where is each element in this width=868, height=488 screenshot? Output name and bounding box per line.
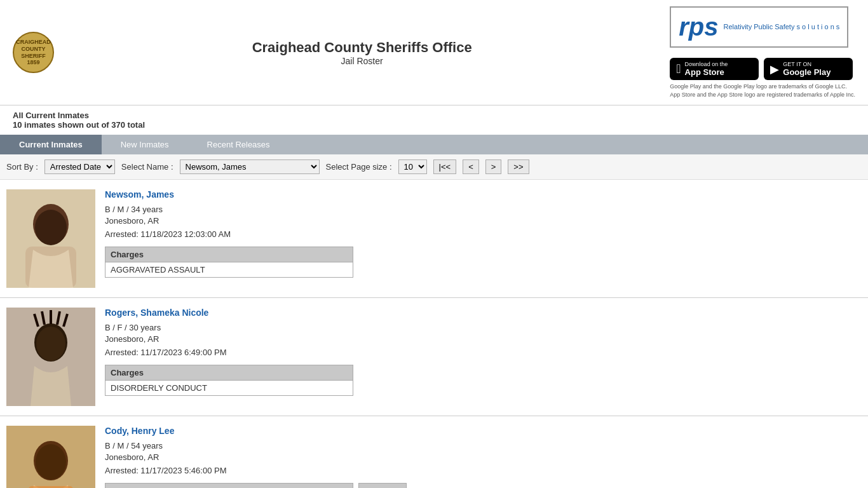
charges-header: Charges	[105, 365, 353, 381]
sort-by-label: Sort By :	[6, 162, 38, 172]
inmate-name[interactable]: Rogers, Shameka Nicole	[105, 308, 862, 318]
inmate-arrested: Arrested: 11/17/2023 6:49:00 PM	[105, 348, 862, 357]
table-row: Newsom, James B / M / 34 years Jonesboro…	[0, 180, 868, 298]
charges-bond-row: Charges AGGRAVATED ASSAULT	[105, 243, 862, 278]
app-store-line2: App Store	[685, 67, 728, 77]
inmate-location: Jonesboro, AR	[105, 334, 862, 344]
charges-bond-row: Charges Failure to Appear (Misd.) Bond $…	[105, 479, 862, 488]
inmate-photo	[6, 426, 95, 488]
inmate-name[interactable]: Newsom, James	[105, 189, 862, 200]
charge-item: AGGRAVATED ASSAULT	[105, 262, 353, 278]
inmate-info: Cody, Henry Lee B / M / 54 years Jonesbo…	[105, 426, 862, 488]
bond-table: Bond $3,500.00	[358, 483, 407, 488]
sheriff-logo: CRAIGHEADCOUNTYSHERIFF1859	[13, 32, 54, 73]
name-select[interactable]: Newsom, James	[180, 159, 320, 174]
tab-current-inmates[interactable]: Current Inmates	[0, 135, 102, 154]
photo-placeholder	[6, 189, 95, 288]
inmate-demographics: B / M / 34 years	[105, 205, 862, 214]
rps-logo: rps Relativity Public Safety s o l u t i…	[670, 6, 848, 48]
inmate-info: Rogers, Shameka Nicole B / F / 30 years …	[105, 308, 862, 396]
page-size-select[interactable]: 10	[398, 159, 427, 174]
inmate-photo	[6, 189, 95, 288]
inmate-demographics: B / F / 30 years	[105, 323, 862, 332]
page-size-label: Select Page size :	[326, 162, 392, 172]
nav-last-button[interactable]: >>	[508, 159, 529, 174]
sheriff-logo-text: CRAIGHEADCOUNTYSHERIFF1859	[16, 39, 51, 66]
app-store-line1: Download on the	[685, 61, 728, 67]
tab-recent-releases[interactable]: Recent Releases	[188, 135, 289, 154]
page-header: CRAIGHEADCOUNTYSHERIFF1859 Craighead Cou…	[0, 0, 868, 105]
svg-point-3	[35, 210, 67, 245]
page-title: Craighead County Sheriffs Office	[252, 39, 472, 56]
inmate-photo	[6, 308, 95, 406]
nav-next-button[interactable]: >	[485, 159, 502, 174]
table-row: Cody, Henry Lee B / M / 54 years Jonesbo…	[0, 416, 868, 488]
summary-line2: 10 inmates shown out of 370 total	[13, 120, 855, 130]
inmate-demographics: B / M / 54 years	[105, 441, 862, 451]
summary-line1: All Current Inmates	[13, 111, 855, 120]
main-tabs: Current Inmates New Inmates Recent Relea…	[0, 135, 868, 154]
apple-icon: 	[676, 62, 681, 76]
rps-logo-text: rps	[679, 13, 718, 41]
nav-prev-button[interactable]: <	[463, 159, 479, 174]
page-subtitle: Jail Roster	[252, 56, 472, 66]
charges-table: Charges Failure to Appear (Misd.)	[105, 483, 353, 488]
inmate-name[interactable]: Cody, Henry Lee	[105, 426, 862, 436]
inmate-location: Jonesboro, AR	[105, 216, 862, 226]
tab-new-inmates[interactable]: New Inmates	[102, 135, 188, 154]
inmate-location: Jonesboro, AR	[105, 452, 862, 462]
svg-point-14	[36, 444, 66, 480]
charge-item: DISORDERLY CONDUCT	[105, 381, 353, 396]
google-play-button[interactable]: ▶ GET IT ON Google Play	[764, 58, 853, 80]
sort-by-select[interactable]: Arrested Date	[44, 159, 115, 174]
charges-header: Charges	[105, 247, 353, 262]
charges-header: Charges	[105, 484, 353, 488]
app-store-buttons:  Download on the App Store ▶ GET IT ON …	[670, 58, 855, 80]
inmate-arrested: Arrested: 11/17/2023 5:46:00 PM	[105, 466, 862, 475]
google-play-line1: GET IT ON	[783, 61, 831, 67]
inmate-summary: All Current Inmates 10 inmates shown out…	[0, 105, 868, 135]
table-row: Rogers, Shameka Nicole B / F / 30 years …	[0, 298, 868, 416]
app-store-button[interactable]:  Download on the App Store	[670, 58, 759, 80]
header-title-area: Craighead County Sheriffs Office Jail Ro…	[252, 39, 472, 66]
bond-header: Bond	[359, 484, 407, 488]
list-controls: Sort By : Arrested Date Select Name : Ne…	[0, 154, 868, 180]
charges-bond-row: Charges DISORDERLY CONDUCT	[105, 361, 862, 396]
svg-point-6	[36, 327, 65, 361]
charges-table: Charges DISORDERLY CONDUCT	[105, 365, 353, 396]
photo-placeholder	[6, 426, 95, 488]
google-play-icon: ▶	[770, 62, 779, 76]
select-name-label: Select Name :	[121, 162, 173, 172]
inmate-arrested: Arrested: 11/18/2023 12:03:00 AM	[105, 229, 862, 239]
inmate-info: Newsom, James B / M / 34 years Jonesboro…	[105, 189, 862, 278]
photo-placeholder	[6, 308, 95, 406]
trademark-text: Google Play and the Google Play logo are…	[670, 83, 855, 98]
nav-first-button[interactable]: |<<	[433, 159, 457, 174]
rps-tagline: Relativity Public Safety s o l u t i o n…	[724, 22, 840, 32]
charges-table: Charges AGGRAVATED ASSAULT	[105, 247, 353, 278]
inmate-list: Newsom, James B / M / 34 years Jonesboro…	[0, 180, 868, 488]
rps-branding-area: rps Relativity Public Safety s o l u t i…	[670, 6, 855, 98]
google-play-line2: Google Play	[783, 67, 831, 77]
